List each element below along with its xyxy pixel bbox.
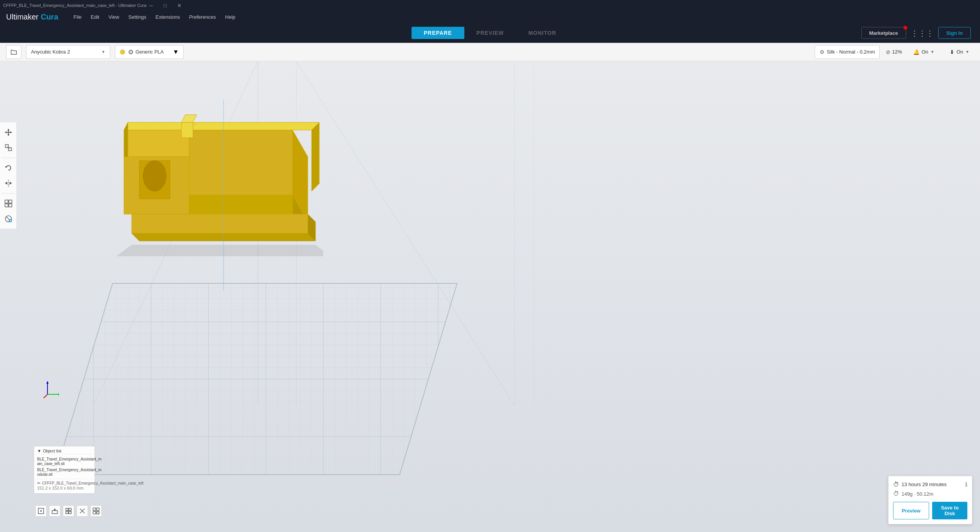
menu-file[interactable]: File [74, 14, 82, 20]
clear-action-button[interactable] [77, 505, 88, 517]
svg-rect-14 [9, 200, 12, 203]
support-value: 12% [892, 49, 902, 55]
menu-help[interactable]: Help [225, 14, 235, 20]
lay-flat-action-button[interactable] [49, 505, 60, 517]
menu-view[interactable]: View [108, 14, 119, 20]
apps-icon[interactable]: ⋮⋮⋮ [911, 28, 934, 37]
menu-edit[interactable]: Edit [91, 14, 99, 20]
svg-marker-41 [181, 122, 193, 138]
svg-marker-11 [5, 182, 7, 185]
svg-marker-34 [312, 122, 319, 191]
maximize-button[interactable]: □ [161, 1, 170, 10]
printer-selector[interactable]: Anycubic Kobra 2 ▼ [26, 45, 110, 59]
adhesion-on-label: On [957, 49, 963, 55]
signin-button[interactable]: Sign In [938, 27, 971, 39]
svg-rect-61 [69, 508, 71, 511]
svg-point-57 [40, 510, 42, 512]
support-blocker-tool[interactable] [2, 212, 15, 226]
svg-marker-47 [132, 214, 308, 233]
adhesion-chevron-icon: ▼ [965, 50, 969, 54]
support-icon: ⊘ [886, 49, 890, 55]
object-list-item[interactable]: BLE_Travel_Emergency_Assistant_modular.s… [36, 467, 93, 477]
svg-rect-13 [5, 200, 8, 203]
print-settings-button[interactable]: ⚙ Silk - Normal - 0.2mm [815, 45, 880, 59]
preview-slice-button[interactable]: Preview [893, 502, 929, 519]
prepare-button[interactable]: PREPARE [412, 27, 464, 39]
svg-marker-48 [116, 245, 323, 256]
print-weight: ⏱ 149g · 50.12m [893, 490, 967, 497]
open-folder-button[interactable] [6, 45, 21, 59]
adhesion-on-button[interactable]: ⬇ On ▼ [945, 45, 974, 59]
svg-marker-5 [10, 131, 12, 133]
support-bell-icon: 🔔 [913, 49, 920, 55]
close-button[interactable]: ✕ [174, 1, 185, 10]
menu-settings[interactable]: Settings [128, 14, 146, 20]
scale-tool[interactable] [2, 141, 15, 155]
folder-icon [10, 48, 18, 56]
preview-button[interactable]: PREVIEW [464, 27, 516, 39]
menu-extensions[interactable]: Extensions [155, 14, 180, 20]
axis-indicator [40, 379, 59, 398]
svg-rect-69 [96, 511, 99, 514]
topbar-right: Marketplace ⋮⋮⋮ Sign In [861, 27, 971, 39]
print-info-icon[interactable]: ℹ [965, 481, 967, 488]
material-color-dot [120, 49, 125, 55]
pencil-icon: ✏ [37, 481, 41, 486]
settings-icon: ⚙ [820, 49, 825, 55]
svg-rect-68 [93, 511, 96, 514]
svg-point-40 [143, 161, 166, 191]
clock-icon: ⏱ [893, 481, 899, 488]
svg-marker-32 [189, 130, 292, 195]
svg-marker-33 [189, 122, 319, 130]
topbar-mode-buttons: PREPARE PREVIEW MONITOR [412, 27, 568, 39]
scene[interactable]: ▼ Object list BLE_Travel_Emergency_Assis… [17, 61, 980, 532]
printer-chevron-icon: ▼ [101, 50, 105, 54]
save-to-disk-button[interactable]: Save to Disk [932, 502, 967, 519]
svg-line-54 [42, 394, 47, 398]
model-actions [34, 504, 103, 518]
svg-rect-60 [66, 508, 68, 511]
logo-ultimaker: Ultimaker [6, 13, 38, 21]
svg-rect-16 [9, 204, 12, 207]
viewport[interactable]: ▼ Object list BLE_Travel_Emergency_Assis… [0, 61, 980, 532]
svg-marker-44 [189, 195, 292, 214]
monitor-button[interactable]: MONITOR [516, 27, 568, 39]
print-time: ⏱ 13 hours 29 minutes [893, 481, 947, 488]
titlebar-title: CFFFP_BLE_Travel_Emergency_Assistant_mai… [3, 3, 146, 8]
3d-model[interactable] [93, 99, 323, 291]
svg-rect-63 [69, 511, 71, 514]
marketplace-button[interactable]: Marketplace [861, 27, 906, 39]
object-list-title: Object list [43, 449, 61, 453]
svg-marker-4 [5, 131, 7, 133]
svg-marker-3 [7, 134, 10, 136]
weight-icon: ⏱ [893, 490, 899, 497]
menu-preferences[interactable]: Preferences [189, 14, 216, 20]
svg-marker-2 [7, 129, 10, 130]
print-info-header: ⏱ 13 hours 29 minutes ℹ [893, 481, 967, 488]
window-controls: ─ □ ✕ [146, 1, 185, 10]
per-model-settings-tool[interactable] [2, 197, 15, 210]
material-icon: ⊙ [128, 48, 133, 55]
object-list-header[interactable]: ▼ Object list [36, 448, 93, 454]
group-action-button[interactable] [90, 505, 102, 517]
print-time-label: 13 hours 29 minutes [902, 482, 947, 487]
move-tool[interactable] [2, 125, 15, 139]
per-model-settings-action-button[interactable] [63, 505, 74, 517]
svg-marker-29 [55, 283, 457, 475]
print-info-panel: ⏱ 13 hours 29 minutes ℹ ⏱ 149g · 50.12m … [888, 476, 972, 524]
toolbar-separator-1 [2, 158, 15, 158]
mirror-tool[interactable] [2, 176, 15, 190]
selected-object-info: ✏ CFFFP_BLE_Travel_Emergency_Assistant_m… [36, 479, 93, 492]
print-actions: Preview Save to Disk [893, 502, 967, 519]
support-on-button[interactable]: 🔔 On ▼ [908, 45, 939, 59]
rotate-tool[interactable] [2, 161, 15, 175]
svg-rect-62 [66, 511, 68, 514]
svg-marker-35 [124, 130, 189, 157]
minimize-button[interactable]: ─ [146, 1, 156, 10]
object-list-item[interactable]: BLE_Travel_Emergency_Assistant_main_case… [36, 456, 93, 467]
svg-marker-51 [46, 381, 49, 384]
center-action-button[interactable] [35, 505, 47, 517]
svg-marker-42 [181, 115, 197, 122]
material-selector[interactable]: ⊙ Generic PLA ▼ [115, 45, 184, 59]
selected-object-dims: 151.2 x 152.0 x 60.0 mm [37, 486, 91, 490]
